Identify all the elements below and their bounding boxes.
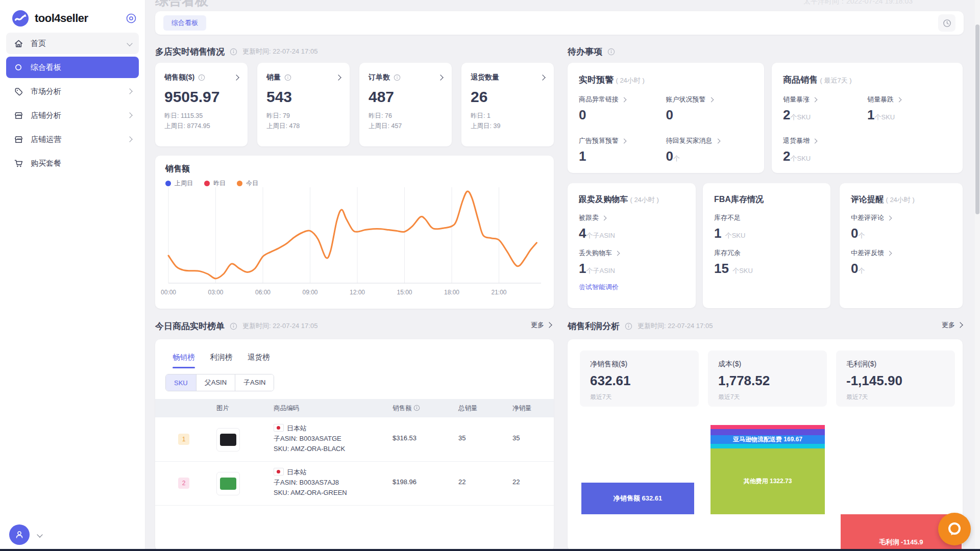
sidebar-collapse-icon[interactable] (126, 13, 137, 24)
ranking-more-link[interactable]: 更多 (531, 320, 551, 330)
card-title: 商品销售 (783, 75, 818, 85)
profit-card: 净销售额($) 632.61 最近7天 成本($) 1,778.52 最近7天 … (568, 339, 963, 551)
sidebar-item-dashboard[interactable]: 综合看板 (6, 57, 139, 78)
seg-child-asin[interactable]: 子ASIN (235, 374, 274, 391)
alert-link[interactable]: 广告预算预警 (579, 136, 666, 145)
alert-link[interactable]: 商品异常链接 (579, 95, 666, 104)
sales-line-plot: 00:0003:0006:0009:0012:0015:0018:0021:00 (155, 156, 554, 309)
chevron-right-icon[interactable] (233, 74, 239, 80)
seg-parent-asin[interactable]: 父ASIN (196, 374, 235, 391)
legend-today[interactable]: 今日 (237, 179, 258, 188)
info-icon[interactable] (607, 48, 615, 56)
tab-best-sellers[interactable]: 畅销榜 (173, 353, 195, 368)
vertical-scrollbar (975, 0, 980, 551)
alert-link[interactable]: 销量暴涨 (783, 95, 867, 104)
stat-card-orders: 订单数 487 昨日: 76上周日: 457 (359, 63, 452, 146)
table-header: 图片 商品编码 销售额 总销量 净销量 (155, 399, 554, 417)
marketplace: 日本站 (287, 424, 307, 432)
chevron-right-icon[interactable] (437, 74, 443, 80)
stat-label: 退货数量 (471, 73, 499, 82)
asin-line: 子ASIN: B003ASATGE (274, 434, 345, 444)
store-icon (13, 134, 23, 144)
section-title: 今日商品实时榜单 (155, 320, 225, 332)
sidebar-item-buy-plan[interactable]: 购买套餐 (6, 153, 139, 174)
bad-review-item: 中差评评论 0个 (851, 213, 951, 241)
table-row[interactable]: 2 日本站 子ASIN: B003AS7AJ8 SKU: AMZ-ORA-GRE… (155, 461, 554, 506)
info-icon[interactable] (284, 74, 292, 82)
sidebar-item-market-analysis[interactable]: 市场分析 (6, 81, 139, 102)
review-alert-card: 评论提醒 ( 24小时 ) 中差评评论 0个 中差评反馈 0个 (840, 183, 963, 308)
waterfall-segment (710, 429, 825, 435)
info-icon[interactable] (625, 322, 632, 330)
alert-link[interactable]: 退货暴增 (783, 136, 867, 145)
svg-text:00:00: 00:00 (161, 289, 176, 296)
alert-link[interactable]: 中差评评论 (851, 213, 951, 222)
profit-heading: 销售利润分析 更新时间: 22-07-24 17:05 (568, 319, 713, 333)
svg-text:15:00: 15:00 (397, 289, 412, 296)
waterfall-segment: 亚马逊物流配送费 169.67 (710, 435, 825, 444)
svg-text:03:00: 03:00 (208, 289, 223, 296)
alert-link[interactable]: 丢失购物车 (579, 248, 684, 258)
alert-link[interactable]: 账户状况预警 (666, 95, 753, 104)
excess-stock-item: 库存冗余 15 个SKU (714, 248, 819, 277)
scrollbar-thumb[interactable] (975, 24, 979, 214)
ranking-tabs: 畅销榜 利润榜 退货榜 (173, 353, 270, 368)
info-icon[interactable] (198, 74, 206, 82)
seg-sku[interactable]: SKU (166, 374, 196, 391)
tab-profit[interactable]: 利润榜 (210, 353, 233, 368)
alert-link[interactable]: 销量暴跌 (867, 95, 951, 104)
marketplace: 日本站 (287, 468, 307, 476)
total-qty-value: 35 (458, 434, 465, 442)
stat-value: 487 (369, 88, 443, 106)
returns-surge-item: 退货暴增 2个SKU (783, 136, 867, 164)
smart-repricing-link[interactable]: 尝试智能调价 (579, 283, 684, 292)
stat-yesterday: 昨日: 1 (471, 112, 491, 119)
info-icon[interactable] (230, 48, 237, 56)
svg-text:09:00: 09:00 (302, 289, 317, 296)
sidebar-item-store-operation[interactable]: 店铺运营 (6, 129, 139, 150)
col-sales: 销售额 (393, 404, 420, 413)
info-icon[interactable] (413, 405, 420, 411)
chevron-right-icon[interactable] (540, 74, 545, 80)
live-chat-button[interactable] (938, 513, 971, 545)
history-clock-button[interactable] (938, 14, 955, 32)
legend-last-sunday[interactable]: 上周日 (165, 179, 193, 188)
chevron-right-icon (127, 136, 132, 142)
legend-yesterday[interactable]: 昨日 (204, 179, 226, 188)
alert-link[interactable]: 待回复买家消息 (666, 136, 753, 145)
tab-returns[interactable]: 退货榜 (248, 353, 270, 368)
updated-time: 更新时间: 22-07-24 17:05 (638, 321, 713, 331)
sales-line-chart-card: 销售额 上周日 昨日 今日 00:0003:0006:0009:0012:001… (155, 156, 554, 309)
col-total-qty: 总销量 (458, 404, 478, 413)
legend-dot (237, 181, 242, 186)
alert-link[interactable]: 中差评反馈 (851, 248, 951, 258)
asin-line: 子ASIN: B003AS7AJ8 (274, 478, 347, 488)
profit-more-link[interactable]: 更多 (942, 320, 962, 330)
chart-legend: 上周日 昨日 今日 (165, 179, 258, 188)
home-icon (13, 38, 23, 48)
realtime-alerts-card: 实时预警 ( 24小时 ) 商品异常链接 0 账户状况预警 0 广告预算预警 1… (568, 63, 764, 173)
chevron-right-icon[interactable] (335, 74, 341, 80)
alert-link[interactable]: 被跟卖 (579, 213, 684, 222)
user-menu[interactable] (9, 524, 42, 545)
info-icon[interactable] (394, 74, 401, 82)
scrolled-page-title: 综合看板 (155, 0, 208, 10)
waterfall-bar: 净销售额 632.61 (581, 483, 694, 514)
avatar[interactable] (9, 524, 30, 545)
waterfall-segment (710, 444, 825, 449)
sidebar-item-home[interactable]: 首页 (6, 33, 139, 54)
section-title: 待办事项 (568, 46, 602, 58)
sidebar-item-label: 店铺分析 (31, 111, 128, 120)
granularity-switch: SKU 父ASIN 子ASIN (165, 374, 274, 391)
stat-last-week: 上周日: 478 (266, 122, 300, 130)
sidebar-item-store-analysis[interactable]: 店铺分析 (6, 105, 139, 126)
table-row[interactable]: 1 日本站 子ASIN: B003ASATGE SKU: AMZ-ORA-BLA… (155, 417, 554, 462)
lost-buybox-item: 丢失购物车 1个子ASIN (579, 248, 684, 277)
card-period: ( 24小时 ) (616, 77, 644, 84)
col-net-qty: 净销量 (512, 404, 532, 413)
total-qty-value: 22 (458, 478, 465, 486)
info-icon[interactable] (230, 322, 237, 330)
brand-header: tool4seller (11, 7, 137, 30)
tab-dashboard[interactable]: 综合看板 (163, 15, 206, 31)
stat-card-units-sold: 销量 543 昨日: 79上周日: 478 (257, 63, 350, 146)
